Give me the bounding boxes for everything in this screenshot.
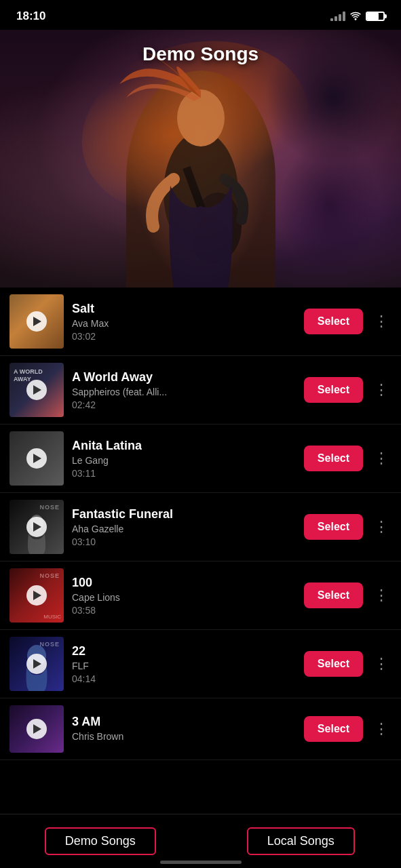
song-item: Anita Latina Le Gang 03:11 Select ⋮	[0, 425, 401, 493]
song-artist: Ava Max	[72, 318, 296, 329]
song-artist: Aha Gazelle	[72, 524, 296, 534]
song-artist: Cape Lions	[72, 592, 296, 603]
play-button[interactable]	[26, 654, 47, 674]
song-item: Salt Ava Max 03:02 Select ⋮	[0, 288, 401, 356]
song-artist: Chris Brown	[72, 731, 296, 742]
song-info: A World Away Sappheiros (feat. Alli... 0…	[72, 370, 296, 410]
play-button[interactable]	[26, 311, 47, 332]
song-item: 3 AM Chris Brown Select ⋮	[0, 698, 401, 760]
song-thumbnail[interactable]	[9, 431, 64, 486]
status-time: 18:10	[16, 9, 45, 23]
song-list: Salt Ava Max 03:02 Select ⋮ A WORLDAWAY …	[0, 288, 401, 760]
brand-logo: NOSE	[39, 641, 60, 648]
play-button[interactable]	[26, 585, 47, 606]
more-options-button[interactable]: ⋮	[371, 588, 392, 603]
play-icon	[33, 591, 41, 600]
tab-bar: Demo Songs Local Songs	[0, 814, 401, 868]
play-button[interactable]	[26, 448, 47, 469]
status-bar: 18:10	[0, 0, 401, 30]
song-thumbnail[interactable]: A WORLDAWAY	[9, 363, 64, 417]
home-indicator	[160, 861, 242, 864]
song-title: Salt	[72, 302, 296, 316]
song-thumbnail[interactable]	[9, 294, 64, 349]
song-item: A WORLDAWAY A World Away Sappheiros (fea…	[0, 356, 401, 425]
select-button[interactable]: Select	[304, 716, 363, 742]
more-options-button[interactable]: ⋮	[371, 314, 392, 329]
song-artist: FLF	[72, 660, 296, 671]
play-icon	[33, 724, 41, 734]
play-button[interactable]	[26, 517, 47, 537]
song-artist: Sappheiros (feat. Alli...	[72, 387, 296, 397]
more-options-button[interactable]: ⋮	[371, 519, 392, 534]
status-icons	[330, 11, 385, 22]
brand-logo: NOSE	[39, 572, 60, 579]
play-icon	[33, 454, 41, 463]
play-button[interactable]	[26, 380, 47, 400]
wifi-icon	[349, 11, 362, 22]
song-thumbnail[interactable]: NOSE	[9, 500, 64, 554]
battery-icon	[366, 12, 385, 21]
select-button[interactable]: Select	[304, 651, 363, 677]
select-button[interactable]: Select	[304, 583, 363, 608]
song-item: NOSE 22 FLF 04:14 Select ⋮	[0, 630, 401, 698]
song-title: 22	[72, 644, 296, 658]
select-button[interactable]: Select	[304, 377, 363, 403]
tab-demo-label: Demo Songs	[65, 834, 136, 848]
hero-title: Demo Songs	[0, 43, 401, 65]
play-icon	[33, 385, 41, 395]
song-info: Anita Latina Le Gang 03:11	[72, 439, 296, 479]
song-info: Fantastic Funeral Aha Gazelle 03:10	[72, 507, 296, 547]
more-options-button[interactable]: ⋮	[371, 382, 392, 397]
hero-section: Demo Songs	[0, 30, 401, 288]
more-options-button[interactable]: ⋮	[371, 451, 392, 466]
more-options-button[interactable]: ⋮	[371, 656, 392, 671]
song-item: NOSE MUSIC 100 Cape Lions 03:58 Select ⋮	[0, 561, 401, 630]
signal-icon	[330, 12, 345, 21]
play-icon	[33, 317, 41, 326]
song-duration: 03:11	[72, 468, 296, 479]
tab-local-label: Local Songs	[267, 834, 335, 848]
select-button[interactable]: Select	[304, 514, 363, 540]
song-item: NOSE Fantastic Funeral Aha Gazelle 03:10…	[0, 493, 401, 561]
song-title: Fantastic Funeral	[72, 507, 296, 521]
song-duration: 03:02	[72, 331, 296, 342]
song-info: 100 Cape Lions 03:58	[72, 576, 296, 616]
song-artist: Le Gang	[72, 455, 296, 466]
brand-logo: NOSE	[39, 504, 60, 511]
tab-local-border: Local Songs	[247, 827, 355, 855]
song-thumbnail[interactable]	[9, 705, 64, 753]
song-title: 100	[72, 576, 296, 590]
song-thumbnail[interactable]: NOSE MUSIC	[9, 568, 64, 623]
song-thumbnail[interactable]: NOSE	[9, 637, 64, 691]
song-title: 3 AM	[72, 715, 296, 729]
svg-point-1	[177, 90, 225, 146]
song-title: Anita Latina	[72, 439, 296, 453]
tab-demo-border: Demo Songs	[45, 827, 156, 855]
song-title: A World Away	[72, 370, 296, 384]
song-info: Salt Ava Max 03:02	[72, 302, 296, 342]
song-duration: 04:14	[72, 673, 296, 684]
select-button[interactable]: Select	[304, 309, 363, 334]
play-icon	[33, 659, 41, 669]
song-info: 3 AM Chris Brown	[72, 715, 296, 744]
song-duration: 03:58	[72, 605, 296, 616]
song-duration: 02:42	[72, 399, 296, 410]
song-duration: 03:10	[72, 536, 296, 547]
play-icon	[33, 522, 41, 532]
more-options-button[interactable]: ⋮	[371, 722, 392, 736]
song-info: 22 FLF 04:14	[72, 644, 296, 684]
select-button[interactable]: Select	[304, 446, 363, 471]
play-button[interactable]	[26, 719, 47, 739]
